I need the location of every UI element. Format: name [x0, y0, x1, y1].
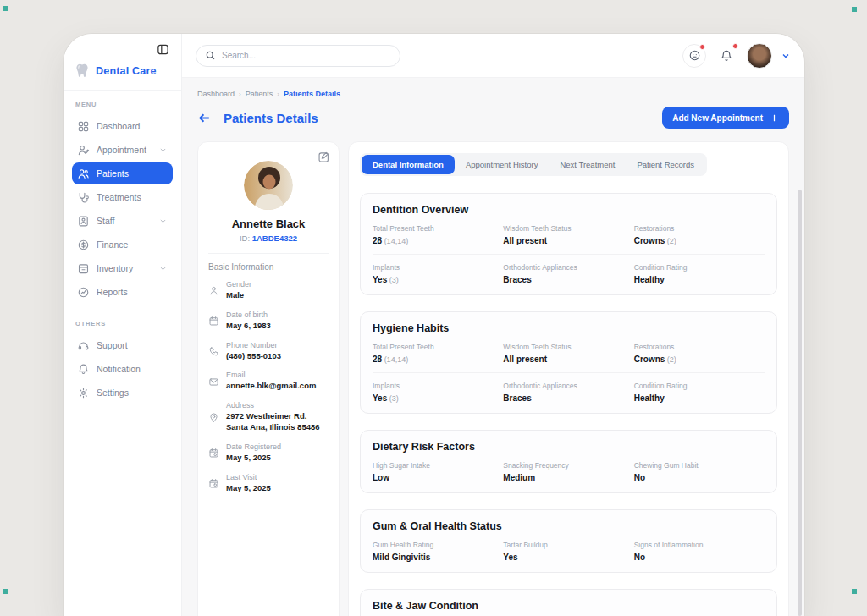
reports-icon — [77, 286, 90, 299]
data-cell-tartar-buildup: Tartar BuildupYes — [503, 541, 633, 562]
sidebar-item-treatments[interactable]: Treatments — [72, 186, 173, 208]
sidebar-item-reports[interactable]: Reports — [72, 281, 173, 303]
sidebar-item-label: Staff — [97, 216, 114, 226]
sidebar-collapse-icon[interactable] — [157, 42, 169, 56]
inventory-icon — [77, 262, 90, 275]
cell-value: No — [634, 473, 765, 482]
location-icon — [208, 402, 219, 433]
staff-icon — [77, 215, 90, 228]
patient-field-date-of-birth: Date of birthMay 6, 1983 — [208, 311, 329, 332]
tab-dental-information[interactable]: Dental Information — [362, 155, 455, 174]
cell-label: Orthodontic Appliances — [503, 263, 633, 272]
scrollbar-thumb[interactable] — [798, 190, 802, 616]
back-arrow-icon[interactable] — [197, 111, 212, 125]
user-avatar[interactable] — [747, 43, 772, 69]
notification-icon — [77, 363, 90, 376]
cell-suffix: (3) — [387, 394, 399, 403]
patient-avatar — [244, 161, 293, 210]
support-icon — [77, 339, 90, 352]
cell-value: All present — [503, 355, 633, 364]
cell-label: Condition Rating — [634, 263, 765, 272]
cell-value: 28 (14,14) — [373, 355, 503, 364]
sidebar-item-label: Support — [97, 340, 128, 350]
cell-suffix: (14,14) — [382, 237, 408, 245]
breadcrumb-item-patients-details: Patients Details — [284, 90, 340, 98]
patient-field-email: Emailannette.blk@gmail.com — [208, 371, 329, 392]
patient-field-date-registered: Date RegisteredMay 5, 2025 — [208, 443, 329, 464]
data-cell-restorations: RestorationsCrowns (2) — [634, 224, 765, 245]
patient-fields: GenderMaleDate of birthMay 6, 1983Phone … — [208, 280, 329, 494]
cell-value: Crowns (2) — [634, 355, 765, 364]
sidebar-item-settings[interactable]: Settings — [72, 382, 173, 404]
sidebar-item-appointment[interactable]: Appointment — [72, 139, 173, 161]
sidebar-item-notification[interactable]: Notification — [72, 358, 173, 380]
search-input[interactable] — [222, 51, 391, 60]
data-cell-wisdom-teeth-status: Wisdom Teeth StatusAll present — [503, 343, 633, 364]
section-hygiene-habits: Hygiene HabitsTotal Present Teeth28 (14,… — [360, 311, 777, 414]
field-label: Date Registered — [226, 443, 281, 451]
mail-icon — [208, 371, 219, 392]
field-value: May 6, 1983 — [226, 321, 271, 332]
field-value: Male — [226, 290, 251, 301]
breadcrumb-item-patients[interactable]: Patients — [246, 90, 273, 98]
calendar-check-icon — [208, 443, 219, 464]
section-gum-oral-health-status: Gum & Oral Health StatusGum Health Ratin… — [360, 509, 777, 573]
main-content: Dashboard›Patients›Patients Details Pati… — [182, 78, 804, 616]
app-title: Dental Care — [96, 65, 157, 77]
sidebar-item-label: Appointment — [97, 145, 146, 155]
canvas-background: Dental Care MENU DashboardAppointmentPat… — [0, 0, 867, 616]
patient-field-last-visit: Last VisitMay 5, 2025 — [208, 473, 329, 494]
sidebar-item-finance[interactable]: Finance — [72, 234, 173, 256]
page-title: Patients Details — [224, 111, 318, 125]
cell-label: Signs of Inflammation — [634, 541, 765, 549]
cell-value: Braces — [503, 393, 633, 403]
selection-handle — [852, 589, 857, 594]
data-cell-wisdom-teeth-status: Wisdom Teeth StatusAll present — [503, 224, 633, 245]
cell-label: Snacking Frequency — [503, 461, 633, 470]
breadcrumb-item-dashboard[interactable]: Dashboard — [197, 90, 235, 98]
selection-handle — [3, 589, 8, 594]
sidebar-item-label: Patients — [97, 168, 129, 179]
tab-next-treatment[interactable]: Next Treatment — [549, 155, 626, 174]
cell-label: High Sugar Intake — [373, 461, 503, 470]
dashboard-icon — [77, 120, 90, 133]
gender-icon — [208, 281, 219, 301]
cell-suffix: (2) — [665, 237, 676, 245]
data-cell-signs-of-inflammation: Signs of InflammationNo — [634, 541, 765, 562]
cell-label: Orthodontic Appliances — [503, 382, 633, 390]
cell-value: Crowns (2) — [634, 236, 765, 245]
sidebar-item-label: Settings — [97, 388, 129, 398]
search-box[interactable] — [196, 45, 400, 67]
field-value: annette.blk@gmail.com — [226, 381, 316, 392]
data-cell-implants: ImplantsYes (3) — [373, 382, 503, 403]
field-label: Phone Number — [226, 341, 281, 349]
messages-button[interactable] — [682, 44, 706, 68]
sidebar-item-support[interactable]: Support — [72, 334, 173, 356]
chevron-down-icon — [158, 217, 168, 226]
tab-appointment-history[interactable]: Appointment History — [455, 155, 549, 174]
smiley-icon — [688, 49, 701, 62]
sidebar-others: SupportNotificationSettings — [64, 333, 181, 405]
add-button-label: Add New Appointment — [672, 113, 763, 123]
edit-patient-icon[interactable] — [318, 151, 330, 163]
sidebar: Dental Care MENU DashboardAppointmentPat… — [64, 34, 182, 616]
notifications-button[interactable] — [715, 44, 738, 68]
tab-patient-records[interactable]: Patient Records — [626, 155, 705, 174]
cell-label: Wisdom Teeth Status — [503, 224, 633, 233]
tooth-logo-icon — [74, 63, 91, 80]
cell-value: No — [634, 553, 765, 562]
sidebar-item-patients[interactable]: Patients — [72, 162, 173, 184]
cell-value: Yes (3) — [373, 275, 503, 284]
settings-icon — [77, 387, 90, 399]
treatments-icon — [77, 191, 90, 204]
phone-icon — [208, 342, 219, 362]
data-cell-chewing-gum-habit: Chewing Gum HabitNo — [634, 461, 765, 482]
add-new-appointment-button[interactable]: Add New Appointment — [662, 107, 789, 129]
section-title: Dietary Risk Factors — [373, 441, 765, 453]
profile-chevron-down-icon[interactable] — [781, 51, 791, 61]
sidebar-item-inventory[interactable]: Inventory — [72, 257, 173, 279]
cell-label: Chewing Gum Habit — [634, 461, 765, 470]
sidebar-item-staff[interactable]: Staff — [72, 210, 173, 232]
data-cell-total-present-teeth: Total Present Teeth28 (14,14) — [373, 224, 503, 245]
sidebar-item-dashboard[interactable]: Dashboard — [72, 115, 173, 137]
